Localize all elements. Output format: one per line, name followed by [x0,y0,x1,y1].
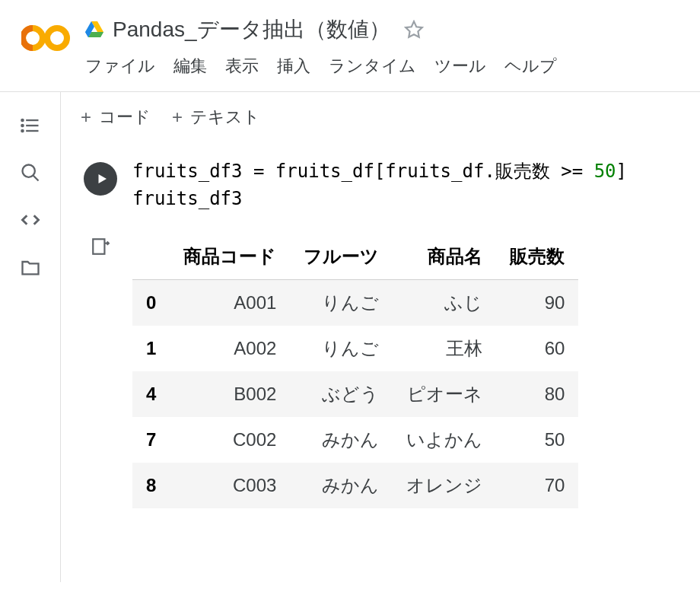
menu-tools[interactable]: ツール [434,55,486,78]
files-icon[interactable] [20,256,41,278]
table-cell: 1 [132,326,170,371]
menu-view[interactable]: 表示 [225,55,259,78]
run-cell-button[interactable] [84,162,117,196]
code-text: fruits_df3 [132,188,243,209]
menu-insert[interactable]: 挿入 [277,55,310,78]
menu-file[interactable]: ファイル [85,55,155,78]
table-cell: みかん [290,463,393,508]
menu-runtime[interactable]: ランタイム [329,55,416,78]
column-header: 販売数 [496,234,578,280]
table-row: 4B002ぶどうピオーネ80 [132,371,578,417]
table-cell: オレンジ [393,463,496,508]
svg-point-1 [47,28,67,48]
table-cell: 7 [132,417,170,463]
column-header: 商品名 [393,234,496,280]
table-cell: 0 [132,280,170,326]
table-cell: 60 [496,326,578,371]
table-row: 1A002りんご王林60 [132,326,578,371]
table-cell: 8 [132,463,170,508]
table-cell: ぶどう [290,371,393,417]
index-header [132,234,170,280]
svg-point-6 [21,125,23,126]
table-row: 8C003みかんオレンジ70 [132,463,578,508]
table-cell: みかん [290,417,393,463]
svg-point-7 [21,130,23,132]
table-cell: A001 [170,280,290,326]
table-cell: 80 [496,371,578,417]
table-cell: りんご [290,280,393,326]
table-cell: 90 [496,280,578,326]
column-header: 商品コード [170,234,290,280]
table-cell: 50 [496,417,578,463]
menu-edit[interactable]: 編集 [173,55,207,78]
table-cell: いよかん [393,417,496,463]
notebook-title[interactable]: Pandas_データ抽出（数値） [113,15,390,44]
svg-rect-10 [93,239,104,254]
add-code-label: コード [99,106,151,129]
plus-icon: + [81,107,91,128]
table-cell: 王林 [393,326,496,371]
table-cell: 70 [496,463,578,508]
add-code-button[interactable]: + コード [81,106,151,129]
svg-point-5 [21,119,23,121]
table-cell: B002 [170,371,290,417]
column-header: フルーツ [290,234,393,280]
table-cell: C002 [170,417,290,463]
table-cell: C003 [170,463,290,508]
table-row: 7C002みかんいよかん50 [132,417,578,463]
drive-icon [85,21,103,38]
table-cell: A002 [170,326,290,371]
menu-help[interactable]: ヘルプ [504,55,557,78]
star-icon[interactable] [404,20,424,40]
search-icon[interactable] [20,162,41,183]
code-text: fruits_df3 = fruits_df[fruits_df.販売数 >= [132,161,594,182]
add-text-button[interactable]: + テキスト [172,106,260,129]
plus-icon: + [172,107,183,128]
table-cell: ふじ [393,280,496,326]
code-text: ] [616,161,627,182]
code-editor[interactable]: fruits_df3 = fruits_df[fruits_df.販売数 >= … [132,158,627,212]
table-cell: りんご [290,326,393,371]
code-number: 50 [594,161,616,182]
colab-logo [21,23,70,53]
table-cell: 4 [132,371,170,417]
code-snippets-icon[interactable] [20,209,41,231]
table-row: 0A001りんごふじ90 [132,280,578,326]
svg-point-8 [22,165,34,177]
add-text-label: テキスト [190,106,260,129]
toc-icon[interactable] [20,115,41,136]
svg-line-9 [33,176,38,181]
table-cell: ピオーネ [393,371,496,417]
output-dataframe: 商品コード フルーツ 商品名 販売数 0A001りんごふじ901A002りんご王… [132,234,578,508]
output-indicator-icon[interactable] [84,237,117,256]
